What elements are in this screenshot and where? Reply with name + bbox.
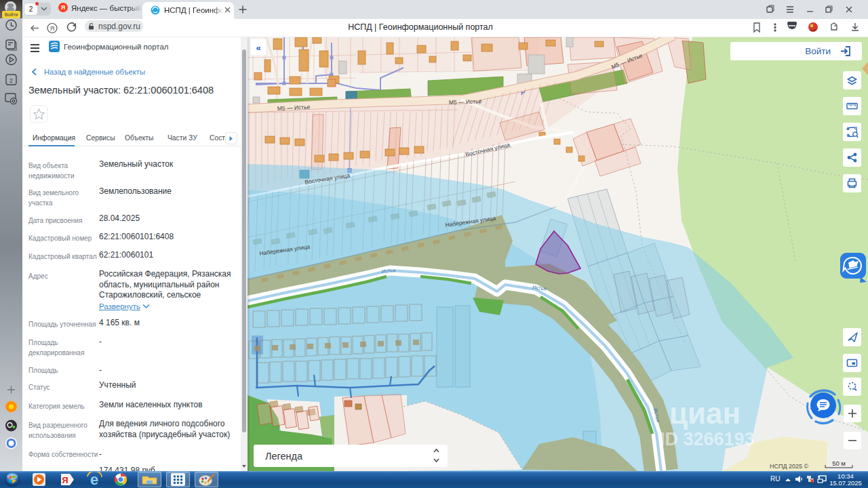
svg-text:e: e (90, 472, 98, 487)
svg-text:Я: Я (62, 475, 68, 485)
svg-text:циан: циан (669, 396, 741, 430)
svg-text:Легенда: Легенда (265, 451, 303, 462)
svg-text:М5 — Истье: М5 — Истье (449, 98, 482, 106)
svg-text:Истья: Истья (382, 268, 396, 274)
svg-text:Войти: Войти (805, 46, 831, 56)
svg-text:2: 2 (9, 77, 13, 84)
svg-text:ID 3266193: ID 3266193 (660, 429, 755, 449)
svg-text:НСПД 2025 ©: НСПД 2025 © (770, 463, 809, 470)
svg-text:50 м: 50 м (832, 460, 846, 467)
svg-text:Я: Я (50, 25, 55, 32)
svg-text:«: « (256, 43, 260, 53)
